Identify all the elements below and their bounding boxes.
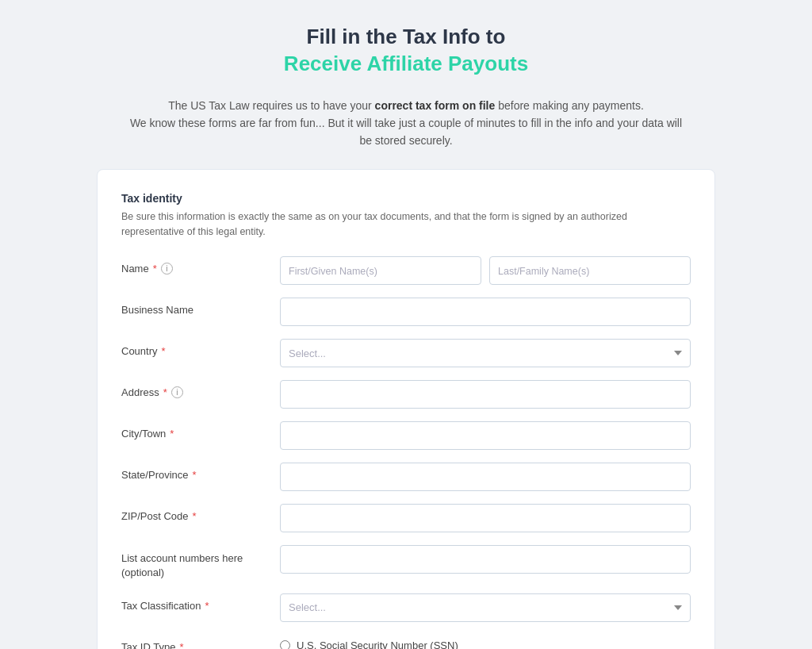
first-name-input[interactable] xyxy=(280,256,481,285)
address-info-icon[interactable]: i xyxy=(171,386,183,398)
name-label: Name* i xyxy=(121,256,280,275)
section-title: Tax identity xyxy=(121,192,691,205)
page-title: Fill in the Tax Info to Receive Affiliat… xyxy=(16,24,796,78)
account-numbers-label: List account numbers here (optional) xyxy=(121,545,280,580)
name-inputs xyxy=(280,256,691,285)
tax-classification-row: Tax Classification* Select... xyxy=(121,593,691,622)
business-name-label: Business Name xyxy=(121,298,280,316)
state-row: State/Province* xyxy=(121,463,691,491)
radio-ssn-input[interactable] xyxy=(280,640,290,649)
tax-form-card: Tax identity Be sure this information is… xyxy=(97,169,715,649)
address-controls xyxy=(280,380,691,409)
state-label: State/Province* xyxy=(121,463,280,481)
tax-id-type-controls: U.S. Social Security Number (SSN) U.S. E… xyxy=(280,635,691,649)
address-input[interactable] xyxy=(280,380,691,409)
tax-id-type-label: Tax ID Type* xyxy=(121,635,280,649)
zip-input[interactable] xyxy=(280,504,691,532)
city-controls xyxy=(280,421,691,450)
country-controls: Select... xyxy=(280,339,691,367)
tax-classification-select[interactable]: Select... xyxy=(280,593,691,622)
city-row: City/Town* xyxy=(121,421,691,450)
city-input[interactable] xyxy=(280,421,691,450)
name-info-icon[interactable]: i xyxy=(161,263,173,275)
business-name-input[interactable] xyxy=(280,298,691,326)
tax-classification-label: Tax Classification* xyxy=(121,593,280,612)
zip-label: ZIP/Post Code* xyxy=(121,504,280,522)
account-numbers-controls xyxy=(280,545,691,574)
account-numbers-input[interactable] xyxy=(280,545,691,574)
account-numbers-row: List account numbers here (optional) xyxy=(121,545,691,580)
state-input[interactable] xyxy=(280,463,691,491)
name-row: Name* i xyxy=(121,256,691,285)
radio-ssn[interactable]: U.S. Social Security Number (SSN) xyxy=(280,639,494,649)
business-name-row: Business Name xyxy=(121,298,691,326)
country-row: Country* Select... xyxy=(121,339,691,367)
address-row: Address* i xyxy=(121,380,691,409)
state-controls xyxy=(280,463,691,491)
business-name-controls xyxy=(280,298,691,326)
tax-id-type-row: Tax ID Type* U.S. Social Security Number… xyxy=(121,635,691,649)
address-label: Address* i xyxy=(121,380,280,398)
tax-id-type-radio-group: U.S. Social Security Number (SSN) U.S. E… xyxy=(280,635,494,649)
section-description: Be sure this information is exactly the … xyxy=(121,209,691,240)
last-name-input[interactable] xyxy=(489,256,691,285)
country-label: Country* xyxy=(121,339,280,357)
zip-controls xyxy=(280,504,691,532)
zip-row: ZIP/Post Code* xyxy=(121,504,691,532)
page-header: Fill in the Tax Info to Receive Affiliat… xyxy=(16,24,796,78)
tax-classification-controls: Select... xyxy=(280,593,691,622)
page-description: The US Tax Law requires us to have your … xyxy=(128,97,684,150)
country-select[interactable]: Select... xyxy=(280,339,691,367)
city-label: City/Town* xyxy=(121,421,280,440)
